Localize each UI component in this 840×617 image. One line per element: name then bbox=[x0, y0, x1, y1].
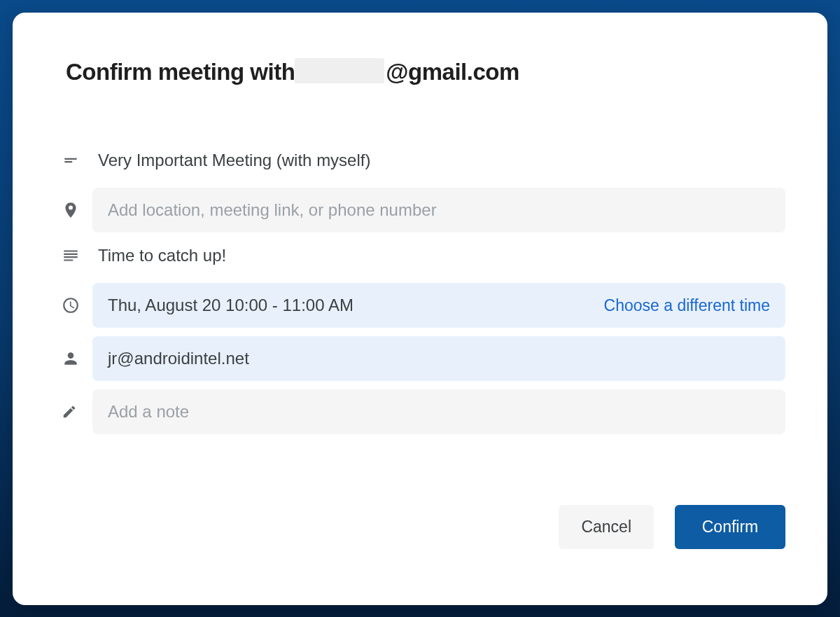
location-pin-icon bbox=[62, 201, 80, 219]
description-text: Time to catch up! bbox=[92, 246, 226, 265]
title-icon bbox=[62, 151, 92, 169]
attendee-email: jr@androidintel.net bbox=[108, 349, 249, 368]
choose-different-time-link[interactable]: Choose a different time bbox=[604, 296, 770, 315]
location-icon-cell bbox=[62, 201, 92, 219]
short-text-icon bbox=[62, 151, 80, 169]
pencil-icon bbox=[62, 404, 77, 420]
person-icon bbox=[62, 349, 80, 368]
location-row bbox=[55, 188, 785, 233]
note-row bbox=[55, 389, 785, 434]
note-icon-cell bbox=[62, 404, 92, 420]
form-body: Very Important Meeting (with myself) Tim… bbox=[55, 146, 785, 434]
action-buttons: Cancel Confirm bbox=[559, 505, 785, 549]
meeting-confirm-card: Confirm meeting with @gmail.com Very Imp… bbox=[13, 13, 827, 605]
meeting-title-text: Very Important Meeting (with myself) bbox=[92, 151, 370, 170]
cancel-button[interactable]: Cancel bbox=[559, 505, 654, 549]
attendee-icon-cell bbox=[62, 349, 92, 368]
attendee-field[interactable]: jr@androidintel.net bbox=[92, 336, 785, 381]
time-row: Thu, August 20 10:00 - 11:00 AM Choose a… bbox=[55, 283, 785, 328]
dialog-title: Confirm meeting with @gmail.com bbox=[66, 59, 785, 85]
title-prefix: Confirm meeting with bbox=[66, 59, 295, 85]
clock-icon bbox=[62, 296, 80, 314]
attendee-row: jr@androidintel.net bbox=[55, 336, 785, 381]
note-input[interactable] bbox=[92, 389, 785, 434]
time-icon-cell bbox=[62, 296, 92, 314]
description-icon-cell bbox=[62, 247, 92, 265]
time-field[interactable]: Thu, August 20 10:00 - 11:00 AM Choose a… bbox=[92, 283, 785, 328]
title-email-domain: @gmail.com bbox=[386, 59, 519, 85]
notes-icon bbox=[62, 247, 80, 265]
redacted-email-user bbox=[295, 58, 384, 83]
time-value: Thu, August 20 10:00 - 11:00 AM bbox=[108, 296, 354, 315]
meeting-title-row: Very Important Meeting (with myself) bbox=[55, 146, 785, 175]
description-row: Time to catch up! bbox=[55, 241, 785, 270]
location-input[interactable] bbox=[92, 188, 785, 233]
confirm-button[interactable]: Confirm bbox=[675, 505, 785, 549]
